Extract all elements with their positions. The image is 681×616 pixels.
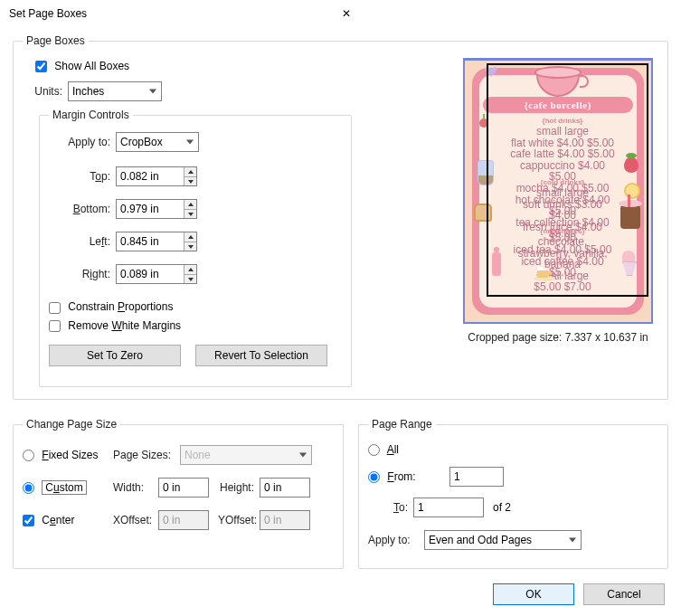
to-input[interactable] — [413, 498, 484, 517]
constrain-proportions-checkbox[interactable] — [49, 302, 61, 314]
width-input[interactable] — [158, 478, 209, 498]
margin-applyto-select[interactable]: CropBox — [116, 132, 199, 152]
page-boxes-legend: Page Boxes — [23, 34, 89, 47]
page-boxes-group: Page Boxes Show All Boxes Units: Inches … — [13, 34, 668, 400]
margin-controls-group: Margin Controls Apply to: CropBox Top: B… — [39, 109, 352, 387]
units-select[interactable]: Inches — [68, 81, 162, 101]
all-radio[interactable] — [368, 444, 380, 456]
margin-applyto-label: Apply to: — [49, 136, 116, 148]
custom-radio[interactable] — [23, 482, 34, 494]
width-label: Width: — [113, 481, 158, 494]
spin-down-icon[interactable] — [184, 177, 196, 186]
height-input[interactable] — [260, 478, 310, 498]
spin-up-icon[interactable] — [184, 232, 196, 242]
to-label: To: — [368, 501, 413, 514]
crop-outline — [487, 63, 648, 297]
spin-down-icon[interactable] — [184, 210, 196, 219]
from-input[interactable] — [449, 467, 504, 487]
preview-page: {cafe borcelle} {hot drinks} small large… — [463, 58, 653, 324]
constrain-text: Constrain Proportions — [68, 300, 173, 313]
show-all-boxes-text: Show All Boxes — [54, 60, 129, 72]
spin-up-icon[interactable] — [184, 167, 196, 177]
spin-up-icon[interactable] — [184, 265, 196, 275]
from-label[interactable]: From: — [368, 470, 449, 483]
margin-controls-legend: Margin Controls — [49, 109, 133, 121]
crop-caption: Cropped page size: 7.337 x 10.637 in — [454, 331, 662, 344]
height-label: Height: — [209, 481, 260, 494]
margin-bottom-label: Bottom: — [49, 203, 116, 215]
custom-label[interactable]: Custom — [23, 480, 113, 495]
center-label[interactable]: Center — [23, 514, 113, 526]
constrain-label[interactable]: Constrain Proportions — [49, 300, 173, 313]
spin-up-icon[interactable] — [184, 200, 196, 210]
margin-top-label: Top: — [49, 170, 116, 183]
page-sizes-label: Page Sizes: — [113, 449, 180, 461]
show-all-boxes-checkbox[interactable] — [35, 61, 47, 72]
all-text: All — [387, 443, 399, 456]
ok-button[interactable]: OK — [493, 583, 574, 605]
margin-left-label: Left: — [49, 235, 116, 248]
from-radio[interactable] — [368, 471, 380, 483]
show-all-label[interactable]: Show All Boxes — [35, 60, 129, 72]
fixed-sizes-text: Fixed Sizes — [42, 449, 98, 461]
center-text: Center — [42, 514, 74, 526]
margin-right-label: Right: — [49, 268, 116, 280]
close-icon[interactable]: ✕ — [335, 4, 675, 24]
preview-panel: {cafe borcelle} {hot drinks} small large… — [454, 49, 662, 344]
page-range-legend: Page Range — [368, 418, 436, 431]
range-applyto-label: Apply to: — [368, 534, 424, 546]
yoffset-input — [260, 510, 310, 530]
revert-button[interactable]: Revert To Selection — [195, 345, 327, 366]
of-total-text: of 2 — [484, 501, 511, 514]
titlebar: Set Page Boxes ✕ — [0, 0, 681, 27]
page-sizes-select: None — [180, 445, 312, 465]
set-to-zero-button[interactable]: Set To Zero — [49, 345, 181, 366]
custom-text: Custom — [42, 480, 86, 495]
spin-down-icon[interactable] — [184, 242, 196, 251]
range-applyto-select[interactable]: Even and Odd Pages — [424, 530, 582, 550]
xoffset-label: XOffset: — [113, 514, 158, 526]
change-size-legend: Change Page Size — [23, 418, 120, 431]
dialog-title: Set Page Boxes — [9, 7, 335, 20]
remove-white-label[interactable]: Remove White Margins — [49, 319, 181, 332]
fixed-sizes-radio[interactable] — [23, 450, 34, 461]
cancel-button[interactable]: Cancel — [583, 583, 665, 605]
spin-down-icon[interactable] — [184, 275, 196, 284]
page-range-group: Page Range All From: To: of 2 — [358, 418, 668, 569]
change-page-size-group: Change Page Size Fixed Sizes Page Sizes:… — [13, 418, 344, 569]
dialog-footer: OK Cancel — [493, 583, 665, 605]
fixed-sizes-label[interactable]: Fixed Sizes — [23, 449, 113, 461]
remove-white-text: Remove White Margins — [68, 319, 181, 332]
all-label[interactable]: All — [368, 443, 399, 456]
units-label: Units: — [32, 85, 68, 98]
from-text: From: — [387, 470, 415, 483]
center-checkbox[interactable] — [23, 515, 34, 526]
yoffset-label: YOffset: — [209, 514, 260, 526]
xoffset-input — [158, 510, 209, 530]
remove-white-checkbox[interactable] — [49, 320, 61, 332]
